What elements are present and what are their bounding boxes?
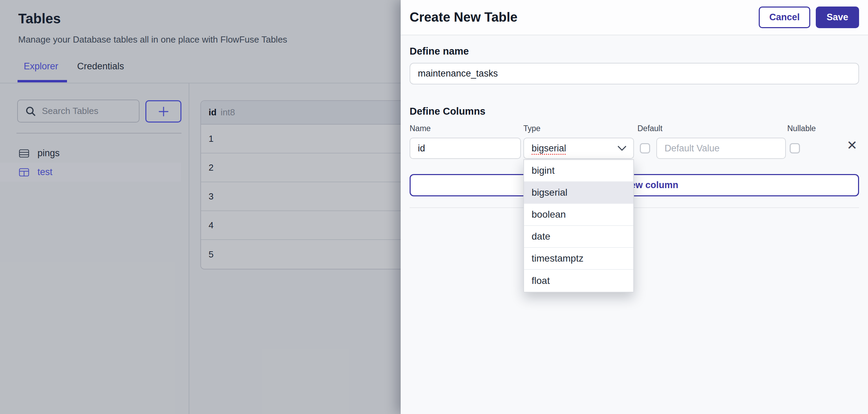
- chevron-down-icon: [617, 146, 626, 151]
- create-table-drawer: Create New Table Cancel Save Define name…: [401, 0, 868, 414]
- label-nullable: Nullable: [787, 124, 816, 133]
- add-new-column-button[interactable]: Add new column: [410, 174, 859, 196]
- type-option-timestamptz[interactable]: timestamptz: [524, 248, 633, 270]
- save-button[interactable]: Save: [816, 7, 859, 28]
- cancel-button[interactable]: Cancel: [759, 7, 810, 28]
- column-definition-row: bigserial ✕ bigint bigserial boolean dat…: [410, 138, 859, 159]
- table-name-input[interactable]: [410, 63, 859, 84]
- nullable-checkbox[interactable]: [790, 143, 800, 153]
- type-option-bigint[interactable]: bigint: [524, 160, 633, 182]
- label-name: Name: [410, 124, 431, 133]
- type-option-float[interactable]: float: [524, 270, 633, 292]
- type-option-bigserial[interactable]: bigserial: [524, 182, 633, 204]
- column-name-input[interactable]: [410, 138, 521, 159]
- column-field-labels: Name Type Default Nullable: [410, 124, 859, 133]
- drawer-header: Create New Table Cancel Save: [401, 0, 868, 35]
- default-checkbox[interactable]: [640, 143, 650, 153]
- define-columns-heading: Define Columns: [410, 106, 859, 117]
- type-dropdown: bigint bigserial boolean date timestampt…: [523, 159, 634, 292]
- type-option-boolean[interactable]: boolean: [524, 204, 633, 226]
- type-select[interactable]: bigserial: [523, 138, 634, 159]
- remove-column-button[interactable]: ✕: [847, 139, 857, 152]
- type-option-date[interactable]: date: [524, 226, 633, 248]
- default-value-input[interactable]: [656, 138, 786, 159]
- type-select-value: bigserial: [532, 143, 566, 154]
- drawer-body: Define name Define Columns Name Type Def…: [401, 46, 868, 208]
- section-divider: [410, 207, 859, 208]
- define-name-heading: Define name: [410, 46, 859, 57]
- label-default: Default: [637, 124, 663, 133]
- label-type: Type: [523, 124, 541, 133]
- drawer-title: Create New Table: [410, 10, 518, 25]
